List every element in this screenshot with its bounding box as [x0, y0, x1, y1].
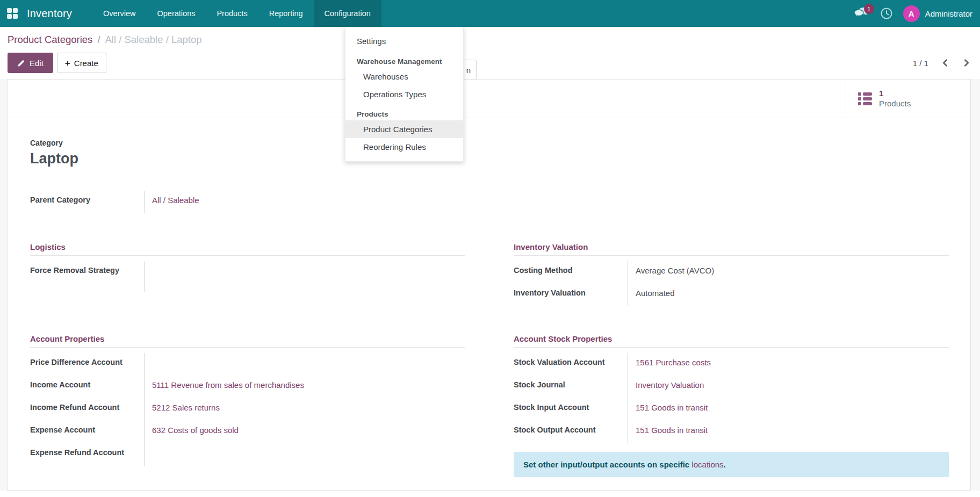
stat-count: 1: [879, 89, 911, 99]
menu-reporting[interactable]: Reporting: [258, 0, 314, 27]
inventory-valuation-title: Inventory Valuation: [514, 242, 949, 251]
income-refund-account-row: Income Refund Account 5212 Sales returns: [30, 398, 465, 421]
breadcrumb-separator: /: [97, 34, 100, 46]
costing-method-label: Costing Method: [514, 261, 628, 284]
inventory-valuation-label: Inventory Valuation: [514, 284, 628, 306]
menu-configuration[interactable]: Configuration: [314, 0, 381, 27]
dropdown-header-warehouse-management: Warehouse Management: [345, 51, 463, 68]
top-navbar: Inventory Overview Operations Products R…: [0, 0, 980, 27]
apps-grid-icon[interactable]: [7, 8, 18, 19]
messages-badge: 1: [864, 4, 874, 14]
dropdown-item-operations-types[interactable]: Operations Types: [345, 85, 463, 103]
section-logistics: Logistics Force Removal Strategy: [30, 242, 465, 306]
income-account-label: Income Account: [30, 376, 144, 398]
stock-input-account-row: Stock Input Account 151 Goods in transit: [514, 398, 949, 421]
edit-button[interactable]: Edit: [8, 53, 53, 73]
navbar-right: 1 A Administrator: [854, 0, 980, 27]
costing-method-value: Average Cost (AVCO): [628, 261, 949, 284]
activities-icon[interactable]: [880, 6, 893, 20]
income-account-value[interactable]: 5111 Revenue from sales of merchandises: [144, 376, 465, 398]
account-stock-properties-title: Account Stock Properties: [514, 334, 949, 343]
app-switcher[interactable]: Inventory: [0, 0, 72, 27]
stock-journal-value[interactable]: Inventory Valuation: [628, 376, 949, 398]
locations-link[interactable]: locations: [691, 460, 723, 469]
edit-button-label: Edit: [30, 59, 44, 68]
user-menu[interactable]: A Administrator: [903, 5, 972, 22]
stock-journal-row: Stock Journal Inventory Valuation: [514, 376, 949, 398]
expense-account-row: Expense Account 632 Costs of goods sold: [30, 421, 465, 443]
dropdown-item-reordering-rules[interactable]: Reordering Rules: [345, 138, 463, 156]
accounts-info-alert: Set other input/output accounts on speci…: [514, 452, 949, 477]
app-name[interactable]: Inventory: [27, 8, 72, 20]
category-name-title: Laptop: [30, 150, 949, 167]
form-sheet: 1 Products Category Laptop Parent Catego…: [7, 79, 971, 491]
pager-next-button[interactable]: [962, 59, 970, 67]
parent-category-value[interactable]: All / Saleable: [144, 191, 438, 213]
parent-category-row: Parent Category All / Saleable: [30, 191, 438, 213]
messages-icon[interactable]: 1: [854, 7, 870, 20]
price-difference-account-row: Price Difference Account: [30, 353, 465, 376]
stock-output-account-row: Stock Output Account 151 Goods in transi…: [514, 421, 949, 443]
pager-previous-button[interactable]: [941, 59, 949, 67]
expense-refund-account-label: Expense Refund Account: [30, 443, 144, 466]
sheet-body: Category Laptop Parent Category All / Sa…: [8, 118, 970, 488]
partial-button-text: n: [466, 66, 471, 75]
stock-input-account-value[interactable]: 151 Goods in transit: [628, 398, 949, 421]
expense-account-label: Expense Account: [30, 421, 144, 443]
stock-output-account-label: Stock Output Account: [514, 421, 628, 443]
dropdown-item-product-categories[interactable]: Product Categories: [345, 120, 463, 138]
create-button-label: Create: [74, 59, 98, 68]
configuration-dropdown-menu: Settings Warehouse Management Warehouses…: [345, 27, 464, 162]
dropdown-header-products: Products: [345, 103, 463, 120]
price-difference-account-value[interactable]: [144, 353, 465, 376]
create-button[interactable]: + Create: [57, 53, 106, 73]
control-panel: Product Categories / All / Saleable / La…: [0, 27, 980, 79]
category-field-label: Category: [30, 139, 949, 147]
income-account-row: Income Account 5111 Revenue from sales o…: [30, 376, 465, 398]
menu-overview[interactable]: Overview: [92, 0, 146, 27]
products-stat-button[interactable]: 1 Products: [846, 80, 970, 118]
account-properties-title: Account Properties: [30, 334, 465, 343]
parent-category-label: Parent Category: [30, 191, 144, 213]
avatar[interactable]: A: [903, 5, 920, 22]
main-menu: Overview Operations Products Reporting C…: [92, 0, 381, 27]
plus-icon: +: [65, 59, 70, 68]
stock-valuation-account-value[interactable]: 1561 Purchase costs: [628, 353, 949, 376]
dropdown-item-settings[interactable]: Settings: [345, 32, 463, 51]
income-refund-account-value[interactable]: 5212 Sales returns: [144, 398, 465, 421]
pager: 1 / 1: [913, 59, 971, 68]
section-account-stock-properties: Account Stock Properties Stock Valuation…: [514, 334, 949, 477]
form-view-area: 1 Products Category Laptop Parent Catego…: [0, 79, 980, 491]
breadcrumb-product-categories[interactable]: Product Categories: [8, 34, 92, 46]
breadcrumb: Product Categories / All / Saleable / La…: [8, 34, 971, 46]
menu-products[interactable]: Products: [206, 0, 258, 27]
section-account-properties: Account Properties Price Difference Acco…: [30, 334, 465, 477]
stat-label: Products: [879, 99, 911, 109]
chevron-left-icon: [941, 59, 949, 67]
stock-valuation-account-label: Stock Valuation Account: [514, 353, 628, 376]
inventory-valuation-row: Inventory Valuation Automated: [514, 284, 949, 306]
expense-refund-account-value[interactable]: [144, 443, 465, 466]
dropdown-item-warehouses[interactable]: Warehouses: [345, 68, 463, 85]
stock-input-account-label: Stock Input Account: [514, 398, 628, 421]
stat-text: 1 Products: [879, 89, 911, 109]
chevron-right-icon: [962, 59, 970, 67]
stock-valuation-account-row: Stock Valuation Account 1561 Purchase co…: [514, 353, 949, 376]
form-groups: Logistics Force Removal Strategy Invento…: [30, 242, 949, 477]
price-difference-account-label: Price Difference Account: [30, 353, 144, 376]
section-inventory-valuation: Inventory Valuation Costing Method Avera…: [514, 242, 949, 306]
list-icon: [858, 92, 872, 105]
stock-output-account-value[interactable]: 151 Goods in transit: [628, 421, 949, 443]
alert-suffix: .: [724, 460, 726, 469]
income-refund-account-label: Income Refund Account: [30, 398, 144, 421]
menu-operations[interactable]: Operations: [147, 0, 206, 27]
force-removal-strategy-row: Force Removal Strategy: [30, 261, 465, 292]
pencil-icon: [17, 59, 25, 67]
stock-journal-label: Stock Journal: [514, 376, 628, 398]
expense-refund-account-row: Expense Refund Account: [30, 443, 465, 466]
form-statusbar: 1 Products: [8, 80, 970, 118]
expense-account-value[interactable]: 632 Costs of goods sold: [144, 421, 465, 443]
pager-count: 1 / 1: [913, 59, 928, 68]
force-removal-strategy-value[interactable]: [144, 261, 465, 292]
force-removal-strategy-label: Force Removal Strategy: [30, 261, 144, 292]
